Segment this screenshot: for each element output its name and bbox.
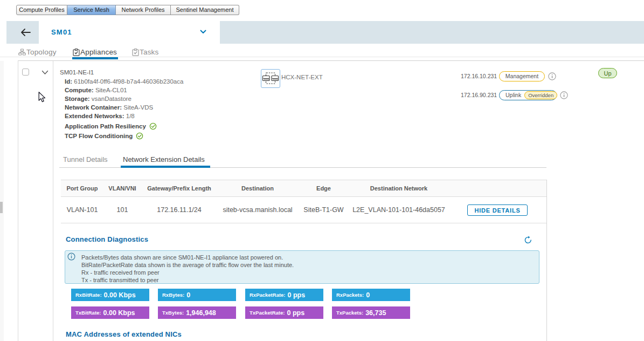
- clipboard-check-icon: [73, 49, 80, 56]
- management-badge: Management: [499, 71, 545, 81]
- check-circle-icon: [136, 132, 143, 140]
- diagnostics-info-alert: Packets/Bytes data shown are since SM01-…: [65, 250, 539, 284]
- info-line: BitRate/PacketRate data shown is the ave…: [81, 261, 294, 269]
- rx-packets-chip: RxPackets:0: [332, 289, 410, 301]
- detail-extended-networks: Extended Networks: 1/8: [65, 112, 183, 121]
- grid-top-border: [18, 60, 644, 61]
- service-mesh-header: SM01: [6, 21, 644, 44]
- chevron-down-icon[interactable]: [200, 30, 206, 34]
- service-mesh-title: SM01: [51, 28, 72, 36]
- tab-network-profiles[interactable]: Network Profiles: [116, 5, 171, 15]
- cell-vlan-vni: 101: [103, 206, 141, 214]
- tx-bytes-chip: TxBytes:1,946,948: [158, 306, 236, 319]
- tab-sentinel-management[interactable]: Sentinel Management: [171, 5, 239, 15]
- ip-row-uplink: 172.16.90.231 Uplink Overridden: [461, 90, 568, 100]
- status-badge-up: Up: [598, 68, 617, 78]
- info-line: Tx - traffic transmitted to peer: [81, 276, 294, 284]
- col-destination-network: Destination Network: [349, 185, 448, 192]
- network-extension-appliance-button[interactable]: [261, 69, 280, 88]
- appliance-row-checkbox[interactable]: [22, 69, 29, 76]
- info-icon[interactable]: [560, 91, 568, 99]
- info-icon[interactable]: [548, 72, 556, 80]
- appliance-details: Id: 61b0fa4f-0ff6-4f98-b7a4-46036b230aca…: [65, 78, 183, 141]
- management-ip: 172.16.10.231: [461, 73, 499, 79]
- mac-addresses-title: MAC Addresses of extended NICs: [66, 330, 182, 338]
- back-button[interactable]: [6, 21, 39, 44]
- grid-column-divider: [53, 61, 53, 341]
- hcx-service-mesh-page: Compute Profiles Service Mesh Network Pr…: [0, 0, 644, 341]
- diagnostics-info-text: Packets/Bytes data shown are since SM01-…: [81, 254, 294, 284]
- cell-destination: siteb-vcsa.manish.local: [217, 206, 298, 214]
- tab-network-extension-details[interactable]: Network Extension Details: [123, 155, 205, 163]
- tab-compute-profiles[interactable]: Compute Profiles: [16, 5, 67, 15]
- refresh-icon[interactable]: [524, 236, 532, 244]
- uplink-badge: Uplink Overridden: [499, 90, 557, 100]
- tabs-divider: [0, 57, 644, 57]
- service-mesh-selector[interactable]: SM01: [39, 21, 220, 44]
- detail-storage: Storage: vsanDatastore: [65, 95, 183, 104]
- rx-packetrate-chip: RxPacketRate:0 pps: [245, 289, 323, 301]
- tab-topology-label: Topology: [26, 48, 57, 56]
- appliance-name: SM01-NE-I1: [60, 69, 94, 76]
- hide-details-button[interactable]: HIDE DETAILS: [467, 204, 527, 216]
- tab-tasks-label: Tasks: [140, 48, 159, 56]
- tab-service-mesh[interactable]: Service Mesh: [67, 5, 116, 15]
- detail-network-container: Network Container: SiteA-VDS: [65, 104, 183, 112]
- tab-appliances[interactable]: Appliances: [73, 48, 117, 56]
- feature-application-path-resiliency: Application Path Resiliency: [65, 121, 183, 131]
- clipboard-icon: [132, 49, 139, 56]
- cell-gateway-prefix: 172.16.11.1/24: [141, 206, 217, 214]
- network-extension-appliance-icon: [262, 71, 279, 86]
- active-tab-underline: [72, 57, 118, 59]
- cell-edge: SiteB-T1-GW: [298, 206, 349, 214]
- feature-tcp-flow-conditioning: TCP Flow Conditioning: [65, 131, 183, 141]
- tx-packets-chip: TxPackets:36,735: [332, 306, 410, 319]
- tab-tunnel-details[interactable]: Tunnel Details: [63, 155, 108, 163]
- col-gateway-prefix: Gateway/Prefix Length: [141, 185, 217, 192]
- tx-packetrate-chip: TxPacketRate:0 pps: [245, 306, 323, 319]
- col-destination: Destination: [217, 185, 298, 192]
- grid-left-border: [18, 60, 18, 341]
- tab-appliances-label: Appliances: [80, 48, 117, 56]
- detail-active-tab-underline: [121, 166, 210, 168]
- detail-pane-right-border: [546, 180, 547, 341]
- overridden-badge: Overridden: [524, 91, 557, 99]
- detail-id: Id: 61b0fa4f-0ff6-4f98-b7a4-46036b230aca: [65, 78, 183, 86]
- cell-port-group: VLAN-101: [61, 206, 103, 214]
- table-header-row: Port Group VLAN/VNI Gateway/Prefix Lengt…: [61, 180, 546, 197]
- check-circle-icon: [149, 122, 157, 130]
- cell-destination-network: L2E_VLAN-101-101-46da5057: [349, 206, 448, 214]
- uplink-ip: 172.16.90.231: [461, 92, 499, 98]
- tab-topology[interactable]: Topology: [18, 48, 57, 56]
- window-scrollbar-thumb[interactable]: [0, 202, 3, 213]
- window-scrollbar-track[interactable]: [0, 61, 4, 341]
- detail-compute: Compute: SiteA-CL01: [65, 86, 183, 95]
- mouse-cursor: [38, 92, 46, 103]
- service-label: HCX-NET-EXT: [281, 74, 323, 80]
- rx-bitrate-chip: RxBitRate:0.00 Kbps: [71, 289, 149, 301]
- network-extension-table: Port Group VLAN/VNI Gateway/Prefix Lengt…: [61, 180, 546, 223]
- profile-tab-group: Compute Profiles Service Mesh Network Pr…: [16, 5, 239, 15]
- info-line: Rx - traffic received from peer: [81, 269, 294, 276]
- view-tabs: Topology Appliances Tasks: [0, 45, 644, 57]
- back-arrow-icon: [20, 29, 31, 36]
- uplink-badge-label: Uplink: [505, 92, 521, 98]
- row-expand-caret-icon[interactable]: [41, 70, 49, 75]
- tx-bitrate-chip: TxBitRate:0.00 Kbps: [71, 306, 149, 319]
- col-vlan-vni: VLAN/VNI: [103, 185, 141, 192]
- connection-diagnostics-title: Connection Diagnostics: [66, 235, 148, 243]
- ip-row-management: 172.16.10.231 Management: [461, 71, 556, 81]
- info-circle-icon: [67, 253, 75, 263]
- table-row: VLAN-101 101 172.16.11.1/24 siteb-vcsa.m…: [61, 197, 546, 223]
- rx-bytes-chip: RxBytes:0: [158, 289, 236, 301]
- col-port-group: Port Group: [61, 185, 103, 192]
- tab-tasks[interactable]: Tasks: [132, 48, 159, 56]
- info-line: Packets/Bytes data shown are since SM01-…: [81, 254, 294, 261]
- topology-icon: [18, 49, 26, 56]
- col-edge: Edge: [298, 185, 349, 192]
